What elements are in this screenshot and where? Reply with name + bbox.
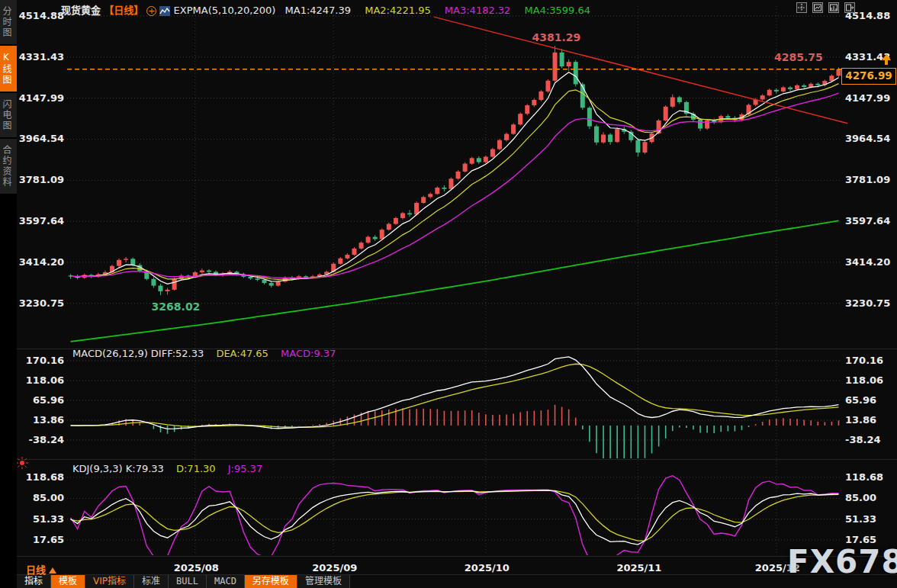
fx678-watermark: FX678 [787, 543, 897, 580]
kdj-axis-label-right: 85.00 [845, 492, 876, 503]
macd-macd-value: MACD:9.37 [281, 348, 336, 359]
add-pane-icon[interactable] [812, 2, 823, 13]
ma2-value: MA2:4221.95 [365, 5, 431, 16]
add-overlay-icon[interactable]: + [146, 6, 156, 16]
sidebar-tab-kline[interactable]: K线图 [0, 46, 17, 92]
price-axis-label-left: 4147.99 [17, 92, 64, 104]
kdj-axis-label-right: 51.33 [845, 513, 876, 525]
expand-pane-icon[interactable] [844, 2, 855, 13]
kdj-axis-label-left: 17.65 [17, 534, 64, 545]
price-axis-label-left: 3414.20 [17, 256, 64, 268]
kdj-axis-label-left: 85.00 [17, 492, 64, 503]
kdj-axis-label-left: 118.68 [17, 471, 64, 483]
kdj-j-value: J:95.37 [228, 463, 262, 474]
date-axis-label: 2025/08 [174, 562, 219, 574]
chart-tool-group [795, 2, 855, 17]
toolbar-templates-button[interactable]: 模板 [51, 575, 85, 588]
period-dropdown-icon [49, 567, 56, 574]
macd-axis-label-right: -38.24 [845, 434, 881, 445]
chart-canvas[interactable] [0, 0, 897, 588]
toolbar-save-template-button[interactable]: 另存模板 [245, 575, 297, 588]
macd-axis-label-right: 13.86 [845, 414, 876, 426]
price-axis-label-left: 4331.43 [17, 51, 64, 63]
ma1-value: MA1:4247.39 [285, 5, 352, 16]
macd-axis-label-right: 65.96 [845, 394, 876, 406]
crosshair-icon[interactable] [796, 2, 807, 13]
toolbar-bull-button[interactable]: BULL [169, 575, 207, 588]
price-axis-label-left: 3230.75 [17, 297, 64, 309]
date-axis-label: 2025/09 [312, 562, 357, 574]
kdj-title: KDJ(9,3,3) K:79.33 [72, 463, 164, 474]
price-axis-label-right: 4147.99 [845, 92, 890, 104]
kdj-axis-label-right: 118.68 [845, 471, 883, 483]
ma3-value: MA3:4182.32 [445, 5, 511, 16]
macd-axis-label-right: 170.16 [845, 355, 883, 366]
low-price-annotation: 3268.02 [152, 300, 201, 313]
price-axis-label-left: 3781.09 [17, 174, 64, 185]
toolbar-manage-templates-button[interactable]: 管理模板 [297, 575, 350, 588]
kdj-d-value: D:71.30 [176, 463, 216, 474]
price-axis-label-right: 3781.09 [845, 174, 890, 185]
panel-divider [17, 556, 897, 557]
price-axis-label-left: 3964.54 [17, 133, 64, 144]
macd-axis-label-left: -38.24 [17, 434, 64, 445]
high-price-annotation: 4285.75 [774, 51, 823, 63]
macd-panel-header: MACD(26,12,9) DIFF:52.33 DEA:47.65 MACD:… [72, 348, 336, 359]
toolbar-standard-button[interactable]: 标准 [134, 575, 169, 588]
date-axis-label: 2025/10 [465, 562, 510, 574]
price-axis-label-left: 3597.64 [17, 215, 64, 227]
toolbar-indicators-button[interactable]: 指标 [17, 575, 51, 588]
latest-bar-marker-icon[interactable] [881, 54, 892, 66]
chart-header: 现货黄金 【日线】 + EXPMA(5,10,20,200) MA1:4247.… [61, 2, 590, 17]
chart-application: 分时图 K线图 闪电图 合约资料 现货黄金 【日线】 + EXPMA(5,10,… [0, 0, 897, 588]
left-sidebar: 分时图 K线图 闪电图 合约资料 [0, 0, 17, 588]
price-axis-label-right: 3230.75 [845, 297, 890, 309]
period-label-text: 日线 [26, 564, 46, 576]
indicator-pane-icon[interactable] [828, 2, 839, 13]
macd-axis-label-left: 170.16 [17, 355, 64, 366]
overlay-indicator-label: EXPMA(5,10,20,200) [174, 5, 276, 16]
price-axis-label-right: 3414.20 [845, 256, 890, 268]
macd-axis-label-left: 65.96 [17, 394, 64, 406]
price-axis-label-left: 4514.88 [17, 10, 64, 21]
toolbar-vip-indicators-button[interactable]: VIP指标 [85, 575, 134, 588]
toolbar-macd-button[interactable]: MACD [207, 575, 245, 588]
sidebar-tab-timeline[interactable]: 分时图 [0, 0, 17, 44]
macd-axis-label-left: 118.06 [17, 374, 64, 386]
live-flash-icon[interactable] [15, 456, 29, 473]
panel-divider [17, 459, 897, 460]
sidebar-tab-flash[interactable]: 闪电图 [0, 93, 17, 137]
period-tag[interactable]: 【日线】 [104, 5, 143, 16]
ma4-value: MA4:3599.64 [525, 5, 591, 16]
overlay-chart-icon[interactable] [159, 6, 170, 16]
macd-axis-label-left: 13.86 [17, 414, 64, 426]
date-axis-label: 2025/11 [616, 562, 661, 574]
macd-title: MACD(26,12,9) DIFF:52.33 [72, 348, 204, 359]
last-price-box[interactable]: 4276.99 [841, 68, 896, 85]
macd-dea-value: DEA:47.65 [216, 348, 268, 359]
price-axis-label-right: 3597.64 [845, 215, 890, 227]
sidebar-tab-contract-info[interactable]: 合约资料 [0, 139, 17, 194]
high-price-annotation: 4381.29 [532, 31, 581, 43]
kdj-axis-label-left: 51.33 [17, 513, 64, 525]
price-axis-label-right: 3964.54 [845, 133, 890, 144]
bottom-toolbar: 指标 模板 VIP指标 标准 BULL MACD 另存模板 管理模板 [17, 575, 350, 588]
kdj-panel-header: KDJ(9,3,3) K:79.33 D:71.30 J:95.37 [72, 463, 262, 474]
symbol-name: 现货黄金 [61, 5, 101, 16]
macd-axis-label-right: 118.06 [845, 374, 883, 386]
